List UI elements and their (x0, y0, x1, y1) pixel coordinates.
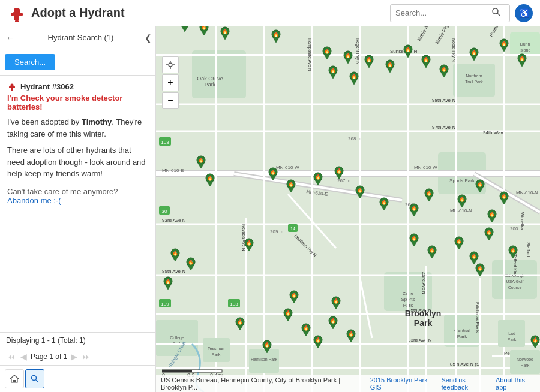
collapse-button[interactable]: ❮ (145, 33, 152, 43)
hydrant-marker[interactable]: 🔥 (334, 166, 344, 181)
header-search-button[interactable] (491, 7, 501, 19)
header-search-bar[interactable] (390, 4, 510, 22)
hydrant-marker[interactable]: 🔥 (346, 329, 356, 344)
accessibility-button[interactable]: ♿ (515, 4, 533, 22)
hydrant-marker[interactable]: 🔥 (517, 53, 527, 68)
hydrant-marker[interactable]: 🔥 (220, 26, 230, 41)
hydrant-marker[interactable]: 🔥 (235, 317, 245, 332)
hydrant-marker[interactable]: 🔥 (421, 55, 431, 70)
hydrant-marker[interactable]: 🔥 (244, 238, 254, 253)
hydrant-marker[interactable]: 🔥 (301, 323, 311, 338)
first-page-button[interactable]: ⏮ (6, 352, 17, 361)
svg-text:Oak Grove: Oak Grove (197, 76, 223, 82)
hydrant-marker[interactable]: 🔥 (355, 185, 365, 200)
svg-marker-314 (332, 303, 340, 309)
hydrant-marker[interactable]: 🔥 (439, 64, 449, 79)
svg-marker-254 (245, 245, 253, 251)
hydrant-marker[interactable]: 🔥 (283, 308, 293, 323)
prev-page-button[interactable]: ◀ (19, 352, 28, 361)
hydrant-marker[interactable]: 🔥 (454, 236, 464, 251)
about-app-link[interactable]: About this app (496, 376, 535, 391)
svg-text:🔥: 🔥 (303, 325, 309, 331)
search-button[interactable]: Search... (5, 54, 55, 70)
hydrant-marker[interactable]: 🔥 (196, 155, 206, 170)
svg-text:Brooklyn: Brooklyn (405, 309, 442, 318)
hydrant-marker[interactable]: 🔥 (379, 197, 389, 212)
hydrant-marker[interactable]: 🔥 (499, 191, 509, 206)
hydrant-marker[interactable]: 🔥 (322, 46, 332, 61)
hydrant-marker[interactable]: 🔥 (385, 59, 395, 74)
map-container[interactable]: Oak Grove Park Noble Sports Park Zane Sp… (156, 26, 540, 392)
hydrant-header: Hydrant #3062 (7, 82, 148, 91)
hydrant-marker[interactable]: 🔥 (286, 179, 296, 194)
hydrant-marker[interactable]: 🔥 (469, 47, 479, 62)
last-page-button[interactable]: ⏭ (81, 352, 92, 361)
svg-marker-334 (532, 342, 539, 348)
hydrant-marker[interactable]: 🔥 (328, 316, 338, 331)
hydrant-marker[interactable]: 🔥 (487, 209, 497, 224)
svg-text:🔥: 🔥 (532, 337, 538, 343)
hydrant-marker[interactable]: 🔥 (530, 335, 540, 350)
hydrant-marker[interactable]: 🔥 (268, 167, 278, 182)
svg-text:USA Golf: USA Golf (506, 279, 524, 284)
hydrant-marker[interactable]: 🔥 (475, 179, 485, 194)
next-page-button[interactable]: ▶ (70, 352, 79, 361)
svg-text:🔥: 🔥 (471, 49, 477, 55)
hydrant-marker[interactable]: 🔥 (475, 263, 485, 278)
brooklyn-park-gis-link[interactable]: 2015 Brooklyn Park GIS (370, 376, 437, 391)
hydrant-marker[interactable]: 🔥 (262, 340, 272, 355)
svg-rect-3 (20, 13, 23, 16)
hydrant-marker[interactable]: 🔥 (484, 227, 494, 242)
hydrant-marker[interactable]: 🔥 (349, 71, 359, 86)
svg-marker-198 (197, 162, 205, 168)
svg-text:109: 109 (161, 301, 169, 307)
svg-text:🔥: 🔥 (270, 169, 276, 175)
locate-icon (166, 60, 175, 70)
hydrant-marker[interactable]: 🔥 (180, 26, 190, 34)
hydrant-marker[interactable]: 🔥 (289, 290, 299, 305)
hydrant-marker[interactable]: 🔥 (313, 172, 323, 187)
hydrant-marker[interactable]: 🔥 (163, 276, 173, 291)
svg-text:🔥: 🔥 (333, 298, 339, 304)
hydrant-marker[interactable]: 🔥 (409, 233, 419, 248)
hydrant-marker[interactable]: 🔥 (205, 173, 215, 188)
abandon-link[interactable]: Abandon me :-( (7, 196, 61, 205)
hydrant-marker[interactable]: 🔥 (271, 29, 281, 44)
svg-text:🔥: 🔥 (188, 259, 194, 265)
hydrant-marker[interactable]: 🔥 (424, 188, 434, 203)
hydrant-marker[interactable]: 🔥 (457, 194, 467, 209)
home-icon (10, 374, 19, 384)
hydrant-marker[interactable]: 🔥 (427, 245, 437, 260)
hydrant-marker[interactable]: 🔥 (328, 65, 338, 80)
back-button[interactable]: ← (4, 32, 17, 44)
hydrant-marker[interactable]: 🔥 (508, 245, 518, 260)
svg-text:🔥: 🔥 (165, 278, 171, 284)
zoom-out-button[interactable]: − (162, 92, 179, 109)
search-map-button[interactable] (25, 369, 44, 388)
hydrant-marker[interactable]: 🔥 (199, 26, 209, 37)
zoom-in-button[interactable]: + (162, 74, 179, 91)
hydrant-marker[interactable]: 🔥 (170, 248, 180, 263)
hydrant-marker[interactable]: 🔥 (409, 203, 419, 218)
feedback-link[interactable]: Send us feedback (441, 376, 491, 391)
hydrant-marker[interactable]: 🔥 (403, 44, 413, 59)
hydrant-marker[interactable]: 🔥 (343, 50, 353, 65)
hydrant-marker[interactable]: 🔥 (331, 296, 341, 311)
svg-text:🔥: 🔥 (345, 52, 351, 58)
hydrant-marker[interactable]: 🔥 (313, 335, 323, 350)
svg-text:MN-610-W: MN-610-W (414, 165, 437, 170)
svg-marker-266 (164, 284, 172, 290)
svg-text:Northern: Northern (466, 74, 482, 78)
locate-button[interactable] (162, 56, 179, 73)
hydrant-marker[interactable]: 🔥 (186, 257, 196, 272)
svg-text:103: 103 (230, 301, 238, 307)
hydrant-marker[interactable]: 🔥 (499, 38, 509, 53)
svg-marker-258 (172, 255, 179, 261)
home-button[interactable] (5, 369, 24, 388)
svg-text:Trail Park: Trail Park (465, 80, 483, 84)
map-footer: US Census Bureau, Hennepin County, City … (156, 375, 540, 392)
header-search-input[interactable] (395, 8, 491, 17)
hydrant-marker[interactable]: 🔥 (364, 55, 374, 70)
svg-marker-298 (290, 297, 298, 303)
svg-text:🔥: 🔥 (324, 48, 330, 54)
